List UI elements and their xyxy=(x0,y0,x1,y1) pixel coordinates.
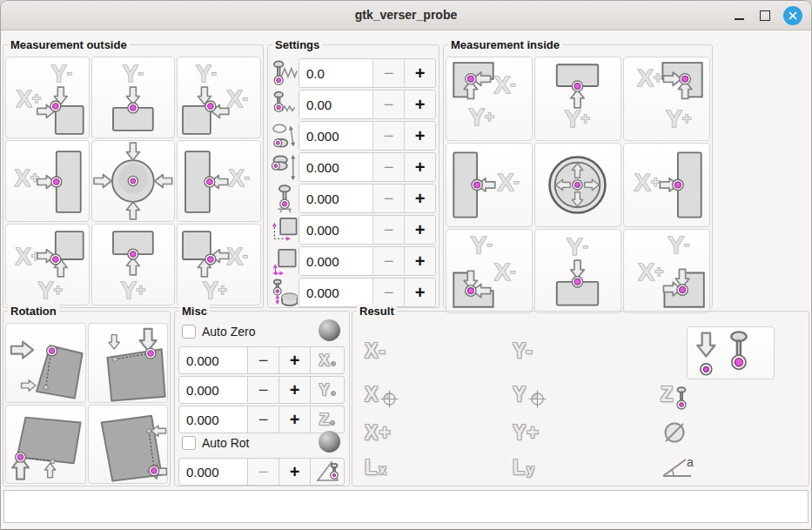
probe-diameter-spinbox: −+ xyxy=(299,278,436,307)
probe-outside-corner-bottom-left-icon: X+Y+ xyxy=(6,225,89,305)
result-y-center-label: Y xyxy=(513,381,547,407)
measurement-outside-title: Measurement outside xyxy=(8,37,130,52)
probe-outside-edge-left-button[interactable]: X+ xyxy=(5,140,90,222)
titlebar: gtk_verser_probe xyxy=(1,1,811,30)
z-clearance-input[interactable] xyxy=(299,153,372,181)
rotation-angle-input[interactable] xyxy=(178,458,248,486)
offset-z-decrease-button[interactable]: − xyxy=(247,406,279,433)
zero-x-button[interactable]: X xyxy=(310,346,345,374)
probe-feed-input[interactable] xyxy=(299,91,372,118)
rotate-top-edge-button[interactable] xyxy=(88,323,169,403)
rotation-angle-increase-button[interactable]: + xyxy=(278,458,311,486)
probe-inside-edge-bottom-button[interactable]: Y- xyxy=(534,229,621,313)
probe-height-decrease-button[interactable]: − xyxy=(372,184,404,212)
probe-feed-increase-button[interactable]: + xyxy=(404,91,435,118)
offset-y-increase-button[interactable]: + xyxy=(278,376,311,404)
zero-offset-x-row: − + X xyxy=(178,346,345,374)
rotation-angle-decrease-button[interactable]: − xyxy=(247,458,279,486)
close-button[interactable] xyxy=(783,6,802,25)
xy-distance-input[interactable] xyxy=(299,122,372,150)
workpiece-size-decrease-button[interactable]: − xyxy=(372,247,404,275)
edge-length-decrease-button[interactable]: − xyxy=(372,216,404,244)
offset-z-increase-button[interactable]: + xyxy=(278,406,311,433)
probe-outside-corner-bottom-right-button[interactable]: X-Y+ xyxy=(177,224,261,305)
xy-distance-increase-button[interactable]: + xyxy=(404,122,435,150)
rotate-right-edge-button[interactable] xyxy=(88,405,169,485)
auto-rot-label: Auto Rot xyxy=(202,436,249,450)
workpiece-size-input[interactable] xyxy=(299,247,372,275)
result-diameter-label xyxy=(661,419,687,446)
probe-inside-corner-top-left-button[interactable]: X-Y+ xyxy=(446,57,533,141)
auto-zero-checkbox-box[interactable] xyxy=(182,325,196,339)
workpiece-size-increase-button[interactable]: + xyxy=(404,247,435,275)
probe-height-spinbox: −+ xyxy=(299,184,436,213)
result-x-plus-label: X+ xyxy=(365,419,392,446)
svg-text:X-: X- xyxy=(229,165,250,191)
rotate-bottom-edge-button[interactable] xyxy=(5,405,86,485)
probe-inside-edge-right-button[interactable]: X+ xyxy=(623,143,710,227)
search-feed-input[interactable] xyxy=(299,59,372,87)
rotate-bottom-edge-icon xyxy=(6,406,85,484)
zero-z-button[interactable]: Z xyxy=(310,406,345,433)
probe-inside-corner-top-right-button[interactable]: X+Y+ xyxy=(623,57,710,141)
probe-feed-spinbox: −+ xyxy=(299,90,436,119)
probe-height-input[interactable] xyxy=(299,184,372,212)
rotate-workpiece-button[interactable] xyxy=(310,458,345,486)
probe-inside-corner-bottom-right-button[interactable]: Y-X+ xyxy=(623,229,710,313)
probe-inside-edge-left-button[interactable]: X- xyxy=(446,143,533,227)
search-feed-increase-button[interactable]: + xyxy=(404,59,435,87)
offset-x-increase-button[interactable]: + xyxy=(278,346,311,374)
minimize-button[interactable] xyxy=(731,8,747,23)
auto-zero-checkbox[interactable]: Auto Zero xyxy=(182,322,255,341)
probe-outside-edge-top-icon: Y- xyxy=(92,57,175,138)
probe-height-increase-button[interactable]: + xyxy=(404,184,435,212)
result-length-y-label: Ly xyxy=(513,454,534,480)
rotate-right-edge-icon xyxy=(89,406,168,484)
result-title: Result xyxy=(357,304,397,319)
probe-feed-decrease-button[interactable]: − xyxy=(372,91,404,118)
probe-outside-corner-top-left-button[interactable]: Y-X+ xyxy=(5,57,90,138)
probe-outside-corner-top-right-button[interactable]: Y-X- xyxy=(177,57,261,138)
probe-inside-circle-button[interactable] xyxy=(534,143,621,227)
offset-y-input[interactable] xyxy=(178,376,248,404)
probe-inside-corner-bottom-left-icon: Y-X- xyxy=(446,230,532,312)
xy-distance-decrease-button[interactable]: − xyxy=(372,122,404,150)
probe-diameter-decrease-button[interactable]: − xyxy=(372,278,404,306)
zero-y-button[interactable]: Y xyxy=(310,376,345,404)
auto-rot-checkbox-box[interactable] xyxy=(182,436,196,450)
offset-x-decrease-button[interactable]: − xyxy=(247,346,279,374)
svg-text:Y-: Y- xyxy=(668,231,690,258)
probe-outside-edge-top-button[interactable]: Y- xyxy=(91,57,176,138)
offset-y-decrease-button[interactable]: − xyxy=(247,376,279,404)
probe-inside-corner-bottom-left-button[interactable]: Y-X- xyxy=(446,229,533,313)
zero-offset-z-row: − + Z xyxy=(178,406,345,433)
offset-x-input[interactable] xyxy=(178,346,248,374)
probe-inside-edge-left-icon: X- xyxy=(446,144,532,226)
svg-text:X-: X- xyxy=(494,71,516,98)
status-output[interactable] xyxy=(3,490,809,523)
svg-text:X+: X+ xyxy=(15,165,39,191)
edge-length-input[interactable] xyxy=(299,216,372,244)
probe-outside-edge-left-icon: X+ xyxy=(6,141,89,221)
search-feed-decrease-button[interactable]: − xyxy=(372,59,404,87)
rotate-left-edge-button[interactable] xyxy=(5,323,86,403)
probe-diameter-input[interactable] xyxy=(299,278,372,306)
svg-text:X-: X- xyxy=(498,169,520,196)
probe-outside-edge-right-button[interactable]: X- xyxy=(177,140,261,222)
z-clearance-decrease-button[interactable]: − xyxy=(372,153,404,181)
probe-diameter-increase-button[interactable]: + xyxy=(404,278,435,306)
svg-text:X+: X+ xyxy=(638,258,664,285)
probe-outside-circle-button[interactable] xyxy=(91,140,176,222)
maximize-button[interactable] xyxy=(757,8,773,23)
z-clearance-increase-button[interactable]: + xyxy=(404,153,435,181)
edge-length-increase-button[interactable]: + xyxy=(404,216,435,244)
probe-z-down-button[interactable] xyxy=(687,326,775,379)
rotate-left-edge-icon xyxy=(6,324,85,402)
offset-z-input[interactable] xyxy=(178,406,248,433)
svg-text:X+: X+ xyxy=(634,169,661,196)
auto-rot-checkbox[interactable]: Auto Rot xyxy=(182,433,249,453)
probe-outside-edge-bottom-button[interactable]: Y+ xyxy=(91,224,176,305)
probe-z-down-icon xyxy=(688,327,774,379)
probe-outside-corner-bottom-left-button[interactable]: X+Y+ xyxy=(5,224,90,305)
probe-inside-edge-top-button[interactable]: Y+ xyxy=(534,57,621,141)
